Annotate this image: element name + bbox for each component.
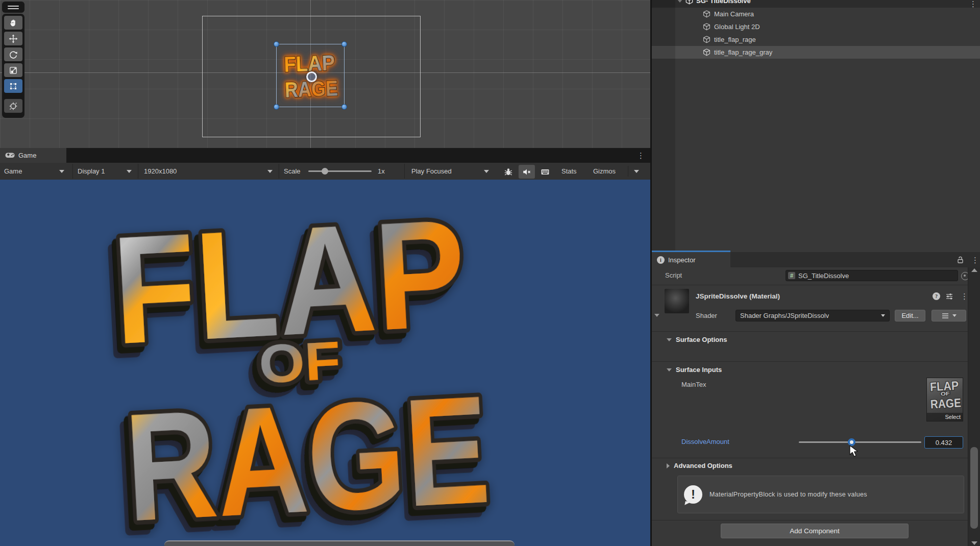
chevron-down-icon[interactable] (127, 170, 132, 173)
gizmos-dropdown[interactable]: Gizmos (593, 163, 616, 180)
foldout-open-icon[interactable] (677, 0, 682, 3)
debug-button[interactable] (500, 165, 517, 179)
scene-visibility-gutter[interactable] (652, 0, 675, 251)
scale-tool-button[interactable] (4, 63, 22, 77)
chevron-down-icon[interactable] (267, 170, 273, 173)
hierarchy-root-row[interactable]: SG- TitleDissolve (652, 0, 980, 8)
rect-tool-button[interactable] (4, 79, 22, 93)
hierarchy-row-title-flap-rage[interactable]: title_flap_rage (652, 33, 980, 46)
maintex-texture-preview[interactable]: FLAP OF RAGE Select (926, 378, 963, 421)
hierarchy-row-global-light[interactable]: Global Light 2D (652, 20, 980, 33)
bug-icon (504, 167, 513, 177)
preset-icon[interactable] (945, 292, 953, 301)
tab-inspector[interactable]: i Inspector (652, 252, 730, 267)
chevron-down-icon[interactable] (634, 170, 639, 173)
gamepad-icon (5, 152, 15, 159)
maintex-logo: FLAP OF RAGE (927, 378, 963, 413)
material-preview-thumbnail[interactable] (665, 289, 689, 313)
dissolve-value-field[interactable]: 0.432 (924, 436, 963, 449)
inspector-menu-icon[interactable]: ⋮ (971, 256, 979, 264)
hand-tool-button[interactable] (4, 16, 22, 30)
script-field-value: SG_TitleDissolve (798, 272, 849, 280)
surface-options-foldout[interactable]: Surface Options (667, 336, 727, 343)
info-icon: i (657, 256, 665, 264)
hierarchy-root-label: SG- TitleDissolve (696, 0, 751, 5)
material-menu-icon[interactable]: ⋮ (961, 292, 968, 300)
hierarchy-item-label: Global Light 2D (714, 23, 760, 31)
overlay-menu-handle[interactable] (2, 2, 24, 13)
selected-sprite-title[interactable]: FLAP RAGE (276, 44, 345, 107)
dissolve-amount-label: DissolveAmount (681, 438, 729, 445)
dissolve-slider[interactable] (799, 441, 921, 443)
game-toolbar: Game Display 1 1920x1080 Scale 1x Play F… (0, 163, 650, 180)
foldout-open-icon (667, 368, 672, 371)
move-tool-button[interactable] (4, 32, 22, 45)
game-view[interactable]: FLAP OF RAGE (0, 180, 650, 546)
lock-open-icon[interactable] (956, 256, 964, 264)
scale-label: Scale (284, 163, 301, 180)
play-mode-dropdown[interactable]: Play Focused (411, 163, 452, 180)
help-icon[interactable]: ? (933, 292, 940, 300)
surface-options-label: Surface Options (676, 336, 727, 343)
advanced-options-label: Advanced Options (674, 462, 732, 469)
svg-text:RAGE: RAGE (121, 363, 494, 538)
material-foldout-icon[interactable] (654, 314, 659, 317)
shader-edit-button[interactable]: Edit... (895, 310, 925, 321)
foldout-open-icon (667, 338, 672, 341)
scale-slider-handle[interactable] (322, 168, 328, 175)
advanced-options-foldout[interactable]: Advanced Options (667, 462, 732, 469)
display-mode-dropdown-label[interactable]: Game (4, 163, 22, 180)
hierarchy-row-title-flap-rage-gray[interactable]: title_flap_rage_gray (652, 46, 980, 59)
tools-overlay (2, 14, 24, 118)
tab-game[interactable]: Game (0, 148, 66, 163)
shader-dropdown[interactable]: Shader Graphs/JSpriteDissolv (736, 310, 890, 321)
cube-icon (702, 35, 711, 44)
maintex-label: MainTex (681, 381, 706, 388)
hierarchy-panel: SG- TitleDissolve Main Camera Global Lig… (652, 0, 980, 251)
hierarchy-row-main-camera[interactable]: Main Camera (652, 8, 980, 20)
frame-debugger-button[interactable] (537, 165, 553, 179)
scene-view[interactable]: FLAP RAGE (0, 0, 650, 148)
scroll-up-icon[interactable] (971, 268, 977, 272)
hierarchy-menu-icon[interactable]: ⋮ (969, 0, 977, 8)
rotate-tool-button[interactable] (4, 47, 22, 61)
rotate-tool-icon (9, 50, 18, 59)
surface-inputs-foldout[interactable]: Surface Inputs (667, 366, 722, 374)
texture-select-button[interactable]: Select (927, 413, 963, 421)
inspector-scrollbar[interactable] (968, 267, 980, 546)
rect-handle-top-left[interactable] (274, 41, 279, 47)
tab-game-label: Game (18, 152, 36, 159)
chevron-down-icon[interactable] (484, 170, 489, 173)
rect-handle-bottom-left[interactable] (274, 104, 279, 110)
chevron-down-icon (881, 314, 885, 317)
unity-editor-window: FLAP RAGE (0, 0, 980, 546)
scrollbar-thumb[interactable] (970, 447, 978, 529)
chevron-down-icon[interactable] (59, 170, 64, 173)
surface-inputs-label: Surface Inputs (676, 366, 722, 374)
sprite-pivot-gizmo[interactable] (306, 71, 317, 82)
script-row-label: Script (665, 271, 682, 279)
hierarchy-item-label: Main Camera (714, 10, 754, 18)
stats-toggle[interactable]: Stats (561, 163, 577, 180)
chevron-down-icon (952, 314, 957, 317)
rect-handle-top-right[interactable] (341, 41, 347, 47)
tab-inspector-label: Inspector (668, 256, 695, 264)
inspector-tabbar: i Inspector ⋮ (652, 252, 980, 267)
add-component-button[interactable]: Add Component (721, 524, 909, 538)
shader-options-button[interactable] (932, 310, 966, 321)
rect-handle-bottom-right[interactable] (341, 104, 347, 110)
scroll-down-icon[interactable] (971, 541, 977, 545)
game-panel-menu-icon[interactable]: ⋮ (637, 152, 645, 159)
mute-audio-button[interactable] (519, 165, 535, 179)
inspector-panel: i Inspector ⋮ Script # SG_TitleDissolve … (652, 251, 980, 546)
script-object-field[interactable]: # SG_TitleDissolve (786, 270, 958, 281)
rect-tool-icon (9, 82, 18, 91)
cube-icon (702, 22, 711, 31)
resolution-dropdown[interactable]: 1920x1080 (144, 163, 177, 180)
hamburger-icon (8, 6, 19, 7)
foldout-closed-icon (667, 463, 670, 468)
scale-slider[interactable] (308, 170, 372, 172)
helpbox-text: MaterialPropertyBlock is used to modify … (709, 491, 867, 498)
transform-tool-button[interactable] (4, 99, 22, 113)
display-select-dropdown[interactable]: Display 1 (78, 163, 105, 180)
